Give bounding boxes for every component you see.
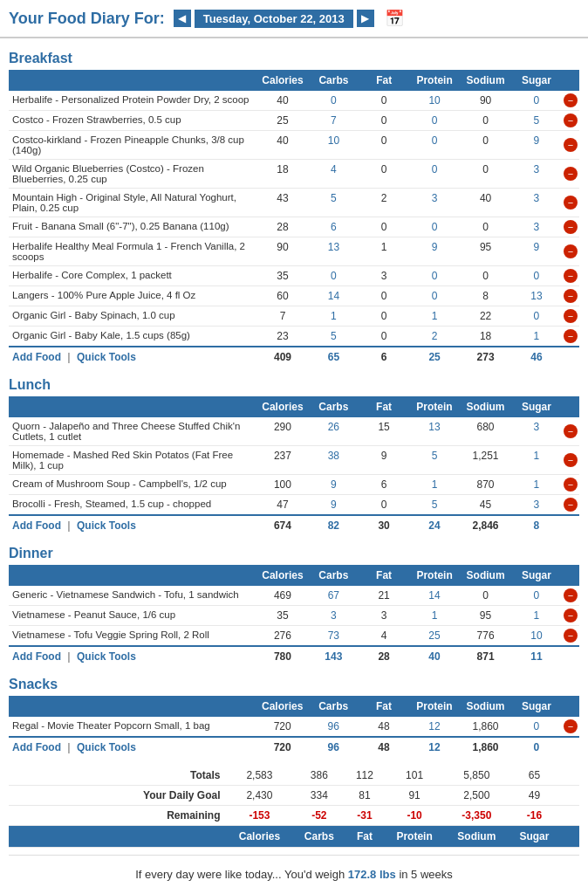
cell-2: 0 [359,306,408,327]
delete-icon[interactable]: − [564,424,578,438]
delete-icon[interactable]: − [564,498,578,512]
delete-icon[interactable]: − [564,629,578,643]
food-name: Costco - Frozen Strawberries, 0.5 cup [9,111,257,131]
delete-cell[interactable]: − [562,446,579,475]
delete-icon[interactable]: − [564,220,578,234]
delete-cell[interactable]: − [562,131,579,160]
delete-icon[interactable]: − [564,244,578,258]
delete-icon[interactable]: − [564,289,578,303]
food-name: Costco-kirkland - Frozen Pineapple Chunk… [9,131,257,160]
table-row: Vietnamese - Peanut Sauce, 1/6 cup353319… [9,606,579,626]
delete-cell[interactable]: − [562,91,579,111]
footer-protein: Protein [384,826,444,848]
delete-cell[interactable]: − [562,475,579,495]
cell-4: 0 [460,160,511,189]
cell-3: 2 [409,327,460,347]
quick-tools-link[interactable]: Quick Tools [77,650,136,663]
delete-cell[interactable]: − [562,495,579,516]
delete-cell[interactable]: − [562,217,579,237]
cell-5: 1 [511,475,562,495]
delete-cell[interactable]: − [562,286,579,306]
delete-cell[interactable]: − [562,306,579,327]
cell-4: 1,860 [460,717,511,737]
food-name: Vietnamese - Tofu Veggie Spring Roll, 2 … [9,626,257,647]
delete-icon[interactable]: − [564,113,578,127]
quick-tools-link[interactable]: Quick Tools [77,351,136,363]
next-date-button[interactable]: ▶ [357,10,374,27]
calendar-icon[interactable]: 📅 [385,9,404,28]
delete-cell[interactable]: − [562,327,579,347]
cell-1: 10 [308,131,359,160]
cell-5: 0 [511,306,562,327]
delete-icon[interactable]: − [564,138,578,152]
cell-0: 290 [257,417,309,446]
col-sodium-d: Sodium [460,565,511,586]
snacks-title: Snacks [9,671,579,696]
total-cell-3: 25 [409,347,460,367]
lunch-table: Calories Carbs Fat Protein Sodium Sugar … [9,396,579,535]
cell-1: 9 [308,495,359,516]
delete-icon[interactable]: − [564,719,578,733]
cell-1: 1 [308,306,359,327]
cell-0: 40 [257,131,309,160]
quick-tools-link[interactable]: Quick Tools [77,519,136,532]
separator: | [67,650,70,663]
delete-cell[interactable]: − [562,626,579,647]
add-food-cell: Add Food | Quick Tools [9,347,257,367]
add-food-link[interactable]: Add Food [12,519,61,532]
prev-date-button[interactable]: ◀ [174,10,191,27]
delete-icon[interactable]: − [564,453,578,467]
col-fat-l: Fat [359,396,408,417]
delete-cell[interactable]: − [562,606,579,626]
cell-4: 90 [460,91,511,111]
cell-1: 5 [308,327,359,347]
remaining-sodium: -3,350 [445,806,509,826]
delete-cell[interactable]: − [562,160,579,189]
col-carbs-l: Carbs [308,396,359,417]
delete-cell[interactable]: − [562,111,579,131]
add-food-link[interactable]: Add Food [12,351,61,363]
delete-icon[interactable]: − [564,609,578,622]
delete-cell[interactable]: − [562,586,579,606]
totals-label: Totals [9,766,226,786]
page-title: Your Food Diary For: [9,10,165,28]
cell-3: 0 [409,160,460,189]
totals-sugar: 65 [509,766,560,786]
delete-cell[interactable]: − [562,189,579,217]
total-cell-5: 46 [511,347,562,367]
table-row: Fruit - Banana Small (6"-7"), 0.25 Banan… [9,217,579,237]
delete-cell[interactable]: − [562,266,579,286]
food-name: Langers - 100% Pure Apple Juice, 4 fl Oz [9,286,257,306]
prediction-middle: You'd weigh [284,868,348,881]
header: Your Food Diary For: ◀ Tuesday, October … [0,0,588,38]
delete-icon[interactable]: − [564,269,578,283]
footer-sugar: Sugar [509,826,560,848]
quick-tools-link[interactable]: Quick Tools [77,741,136,753]
delete-cell[interactable]: − [562,417,579,446]
cell-2: 9 [359,446,408,475]
total-cell-2: 6 [359,347,408,367]
delete-icon[interactable]: − [564,167,578,181]
delete-icon[interactable]: − [564,196,578,210]
table-row: Quorn - Jalapeño and Three Cheese Stuffe… [9,417,579,446]
goal-row: Your Daily Goal 2,430 334 81 91 2,500 49 [9,786,579,806]
lunch-col-headers: Calories Carbs Fat Protein Sodium Sugar [9,396,579,417]
add-food-link[interactable]: Add Food [12,650,61,663]
cell-4: 0 [460,111,511,131]
add-food-link[interactable]: Add Food [12,741,61,753]
food-name: Homemade - Mashed Red Skin Potatos (Fat … [9,446,257,475]
delete-icon[interactable]: − [564,588,578,602]
section-totals-row: Add Food | Quick Tools 7209648121,8600 [9,737,579,757]
delete-icon[interactable]: − [564,309,578,323]
delete-icon[interactable]: − [564,93,578,107]
delete-cell[interactable]: − [562,237,579,266]
delete-icon[interactable]: − [564,329,578,343]
delete-cell[interactable]: − [562,717,579,737]
total-cell-3: 40 [409,646,460,666]
cell-4: 1,251 [460,446,511,475]
food-name: Cream of Mushroom Soup - Campbell's, 1/2… [9,475,257,495]
cell-2: 0 [359,286,408,306]
col-food-d [9,565,257,586]
delete-icon[interactable]: − [564,478,578,492]
total-cell-5: 11 [511,646,562,666]
